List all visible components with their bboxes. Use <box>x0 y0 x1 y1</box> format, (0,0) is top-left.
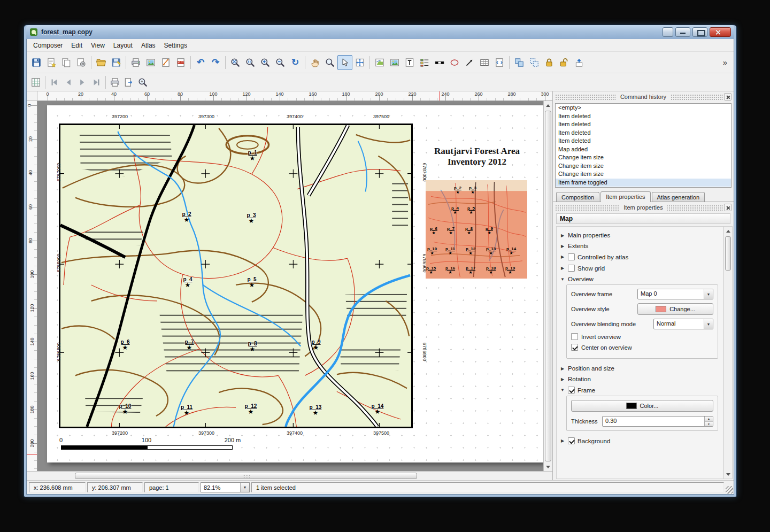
dock-tab[interactable]: Item properties <box>600 191 650 202</box>
refresh-icon[interactable]: ↻ <box>288 55 303 70</box>
close-panel-icon[interactable] <box>724 93 732 101</box>
composer-canvas[interactable]: p_1 ★ p_2 ★ <box>37 101 543 471</box>
history-item[interactable]: Item deleted <box>556 137 731 145</box>
add-shape-icon[interactable] <box>447 55 462 70</box>
save-project-icon[interactable] <box>29 55 44 70</box>
window-resize-grip[interactable] <box>726 486 733 494</box>
item-properties-header[interactable]: Item properties <box>554 203 733 212</box>
overview-map-item[interactable]: p_2 ★ p_3 ★ <box>426 180 527 279</box>
duplicate-composition-icon[interactable] <box>59 55 74 70</box>
zoom-full-icon[interactable] <box>228 55 243 70</box>
zoom-out-icon[interactable] <box>273 55 288 70</box>
history-item[interactable]: Change item size <box>556 170 731 179</box>
zoom-level-combobox[interactable]: 82.1% ▼ <box>201 482 250 492</box>
undo-icon[interactable]: ↶ <box>193 55 208 70</box>
composition-page[interactable]: p_1 ★ p_2 ★ <box>47 105 543 462</box>
section-position-and-size[interactable]: ▶ Position and size <box>559 363 721 374</box>
add-arrow-icon[interactable] <box>462 55 477 70</box>
frame-thickness-spinbox[interactable]: 0.30 ▲▼ <box>602 416 713 427</box>
group-items-icon[interactable] <box>512 55 527 70</box>
composition-title-label[interactable]: Rautjarvi Forest Area Inventory 2012 <box>415 146 539 167</box>
history-item[interactable]: Map added <box>556 145 731 154</box>
export-atlas-icon[interactable] <box>122 75 136 89</box>
close-button[interactable] <box>710 27 731 37</box>
window-titlebar[interactable]: forest_map copy <box>26 25 734 39</box>
menu-item[interactable]: Atlas <box>137 40 160 51</box>
add-map-icon[interactable] <box>372 55 387 70</box>
dock-tab[interactable]: Composition <box>556 192 599 202</box>
menu-item[interactable]: View <box>87 40 109 51</box>
section-extents[interactable]: ▶ Extents <box>559 241 721 251</box>
close-panel-icon[interactable] <box>724 204 732 211</box>
unlock-items-icon[interactable] <box>557 55 572 70</box>
atlas-settings-icon[interactable] <box>136 75 150 89</box>
history-item[interactable]: Change item size <box>556 153 731 162</box>
center-on-overview-checkbox[interactable] <box>571 344 578 351</box>
last-feature-icon[interactable] <box>89 75 103 89</box>
lock-items-icon[interactable] <box>542 55 557 70</box>
show-grid-checkbox[interactable] <box>568 265 575 272</box>
ungroup-items-icon[interactable] <box>527 55 542 70</box>
controlled-by-atlas-checkbox[interactable] <box>568 253 575 260</box>
menu-item[interactable]: Settings <box>160 40 191 51</box>
zoom-tool-icon[interactable] <box>322 55 337 70</box>
add-scalebar-icon[interactable] <box>432 55 447 70</box>
add-legend-icon[interactable] <box>417 55 432 70</box>
section-rotation[interactable]: ▶ Rotation <box>559 374 721 384</box>
export-pdf-icon[interactable] <box>173 55 188 70</box>
menu-item[interactable]: Edit <box>67 40 87 51</box>
composer-manager-icon[interactable] <box>74 55 89 70</box>
add-attribute-table-icon[interactable] <box>477 55 492 70</box>
background-checkbox[interactable] <box>568 437 575 444</box>
invert-overview-checkbox[interactable] <box>571 333 578 340</box>
export-svg-icon[interactable] <box>158 55 173 70</box>
command-history-header[interactable]: Command history <box>554 92 733 102</box>
history-item[interactable]: <empty> <box>556 104 731 112</box>
first-feature-icon[interactable] <box>48 75 61 89</box>
section-frame[interactable]: ▼ Frame <box>559 384 721 396</box>
maximize-button[interactable] <box>692 27 707 37</box>
atlas-preview-icon[interactable] <box>29 75 43 89</box>
move-item-content-icon[interactable] <box>352 55 367 70</box>
save-template-icon[interactable] <box>109 55 124 70</box>
raise-items-icon[interactable] <box>572 55 587 70</box>
add-html-frame-icon[interactable] <box>492 55 507 70</box>
overview-frame-combobox[interactable]: Map 0 ▼ <box>637 289 713 299</box>
pan-icon[interactable] <box>307 55 322 70</box>
section-controlled-by-atlas[interactable]: ▶ Controlled by atlas <box>559 251 721 263</box>
map-item[interactable]: p_1 ★ p_2 ★ <box>59 124 413 428</box>
section-main-properties[interactable]: ▶ Main properties <box>559 230 721 241</box>
overview-style-change-button[interactable]: Change... <box>637 303 713 315</box>
add-image-icon[interactable] <box>387 55 402 70</box>
next-feature-icon[interactable] <box>75 75 89 89</box>
history-item[interactable]: Item deleted <box>556 129 731 137</box>
print-icon[interactable] <box>128 55 143 70</box>
toolbar-overflow-button[interactable]: » <box>719 58 732 67</box>
section-overview[interactable]: ▼ Overview <box>559 274 721 284</box>
load-template-icon[interactable] <box>94 55 109 70</box>
zoom-actual-size-icon[interactable] <box>243 55 258 70</box>
history-item[interactable]: Item deleted <box>556 112 731 121</box>
window-pill-button[interactable] <box>663 27 673 37</box>
print-atlas-icon[interactable] <box>108 75 122 89</box>
properties-scrollbar[interactable] <box>723 227 732 479</box>
zoom-in-icon[interactable] <box>258 55 273 70</box>
menu-item[interactable]: Layout <box>109 40 137 51</box>
add-label-icon[interactable] <box>402 55 417 70</box>
dock-tab[interactable]: Atlas generation <box>652 192 705 202</box>
history-item[interactable]: Item frame toggled <box>556 179 731 187</box>
new-composition-icon[interactable] <box>44 55 59 70</box>
canvas-horizontal-scrollbar[interactable] <box>27 472 552 480</box>
menu-item[interactable]: Composer <box>29 40 67 51</box>
section-background[interactable]: ▶ Background <box>559 435 721 446</box>
scalebar-item[interactable]: 0100200 m <box>61 437 253 450</box>
minimize-button[interactable] <box>675 27 690 37</box>
command-history-list[interactable]: <empty>Item deletedItem deletedItem dele… <box>555 103 732 188</box>
select-move-item-icon[interactable] <box>337 55 352 70</box>
canvas-vertical-scrollbar[interactable] <box>543 101 552 471</box>
frame-color-button[interactable]: Color... <box>571 400 713 412</box>
section-show-grid[interactable]: ▶ Show grid <box>559 263 721 274</box>
overview-blending-combobox[interactable]: Normal ▼ <box>653 319 713 329</box>
history-item[interactable]: Change item size <box>556 162 731 171</box>
frame-checkbox[interactable] <box>568 387 575 394</box>
